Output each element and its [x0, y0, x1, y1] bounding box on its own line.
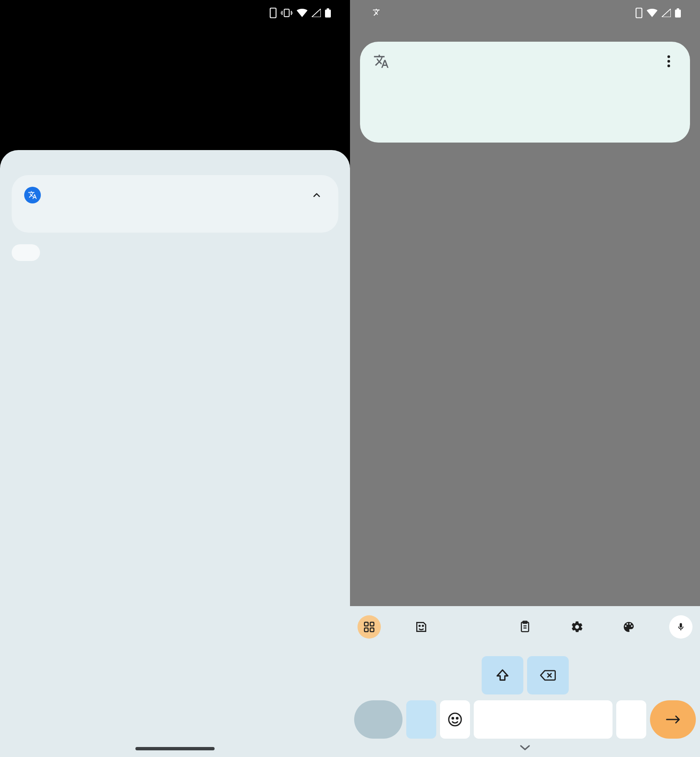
kb-tool-gif[interactable]: [461, 615, 485, 639]
svg-rect-10: [365, 622, 368, 626]
kb-tool-settings[interactable]: [565, 615, 589, 639]
key-period[interactable]: [616, 700, 646, 739]
kb-tool-mic[interactable]: [669, 615, 692, 639]
translate-floating-card: [360, 42, 690, 143]
key-comma[interactable]: [406, 700, 436, 739]
kb-row-3: [354, 656, 696, 694]
svg-rect-1: [284, 9, 289, 17]
status-icons-right: [635, 8, 685, 18]
translate-app-icon: [24, 187, 41, 203]
svg-point-20: [456, 717, 458, 719]
status-bar-right: [350, 0, 700, 26]
svg-point-19: [452, 717, 454, 719]
phone-right: [350, 0, 700, 757]
svg-point-18: [449, 713, 461, 726]
keyboard-toolbar: [354, 612, 696, 644]
svg-point-7: [668, 55, 670, 58]
nav-handle-left[interactable]: [135, 747, 215, 750]
translate-card-icon: [372, 53, 390, 70]
keyboard: [350, 606, 700, 757]
kb-tool-clipboard[interactable]: [513, 615, 537, 639]
battery-icon: [325, 8, 331, 18]
svg-point-15: [422, 625, 423, 627]
device-icon: [635, 8, 642, 18]
svg-rect-4: [636, 8, 642, 18]
svg-point-14: [419, 625, 420, 627]
key-enter[interactable]: [650, 700, 696, 739]
kb-tool-sticker[interactable]: [410, 615, 433, 639]
notif-collapse-button[interactable]: [308, 186, 326, 204]
status-icons-left: [270, 8, 335, 18]
svg-rect-0: [270, 8, 276, 18]
kb-collapse-button[interactable]: [354, 739, 696, 753]
notification-shade: [0, 150, 350, 757]
key-emoji[interactable]: [440, 700, 470, 739]
notification-card[interactable]: [12, 175, 338, 233]
svg-rect-3: [327, 8, 329, 10]
translate-status-icon: [372, 8, 382, 18]
overflow-menu-button[interactable]: [660, 53, 678, 70]
wifi-icon: [297, 9, 308, 17]
device-icon: [270, 8, 277, 18]
kb-row-4: [354, 700, 696, 739]
svg-point-9: [668, 65, 670, 67]
kb-tool-theme[interactable]: [617, 615, 640, 639]
manage-button[interactable]: [12, 244, 40, 261]
key-space[interactable]: [474, 700, 612, 739]
svg-point-8: [668, 60, 670, 63]
signal-icon: [662, 9, 671, 17]
vibrate-icon: [281, 8, 292, 18]
key-shift[interactable]: [482, 656, 523, 694]
key-symbols[interactable]: [354, 700, 402, 739]
svg-rect-5: [675, 10, 681, 18]
svg-rect-6: [677, 8, 679, 10]
svg-rect-2: [325, 10, 331, 18]
quick-tiles: [0, 26, 350, 41]
svg-rect-12: [365, 628, 368, 632]
key-backspace[interactable]: [527, 656, 569, 694]
svg-rect-11: [370, 622, 374, 626]
wifi-icon: [647, 9, 658, 17]
status-bar-left: [0, 0, 350, 26]
signal-icon: [312, 9, 321, 17]
phone-left: [0, 0, 350, 757]
kb-tool-apps[interactable]: [358, 615, 381, 639]
svg-rect-13: [370, 628, 374, 632]
battery-icon: [675, 8, 681, 18]
